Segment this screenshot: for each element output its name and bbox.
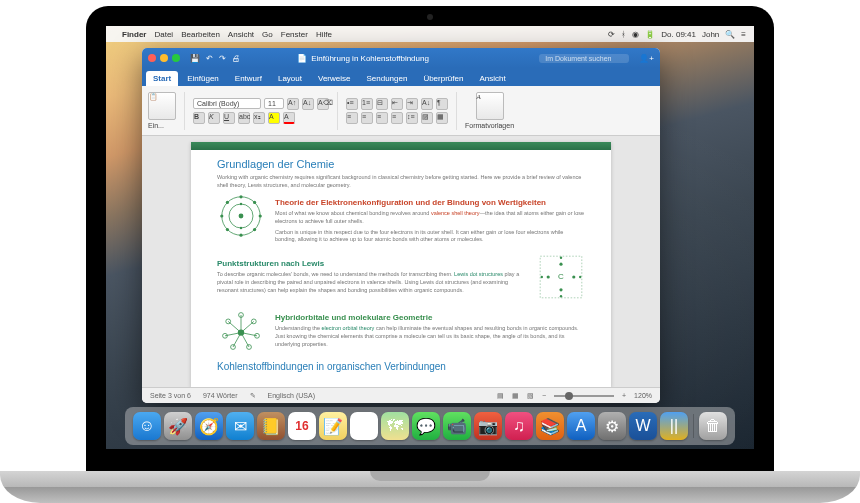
svg-point-4 — [239, 234, 242, 237]
launchpad-icon[interactable]: 🚀 — [164, 412, 192, 440]
close-button[interactable] — [148, 54, 156, 62]
macos-menubar: Finder Datei Bearbeiten Ansicht Go Fenst… — [106, 26, 754, 42]
appstore-icon[interactable]: A — [567, 412, 595, 440]
status-words[interactable]: 974 Wörter — [203, 392, 238, 399]
bullets-icon[interactable]: •≡ — [346, 98, 358, 110]
align-left-icon[interactable]: ≡ — [346, 112, 358, 124]
view-outline-icon[interactable]: ▧ — [527, 392, 534, 400]
view-print-icon[interactable]: ▤ — [497, 392, 504, 400]
menubar-item[interactable]: Go — [262, 30, 273, 39]
sort-icon[interactable]: A↓ — [421, 98, 433, 110]
save-icon[interactable]: 💾 — [190, 54, 200, 63]
tab-references[interactable]: Verweise — [311, 71, 357, 86]
contacts-icon[interactable]: 📒 — [257, 412, 285, 440]
notification-center-icon[interactable]: ≡ — [741, 30, 746, 39]
zoom-out-icon[interactable]: − — [542, 392, 546, 399]
word-icon[interactable]: W — [629, 412, 657, 440]
bold-button[interactable]: B — [193, 112, 205, 124]
shading-icon[interactable]: ▨ — [421, 112, 433, 124]
paste-button[interactable]: 📋 — [148, 92, 176, 120]
styles-button[interactable]: A — [476, 92, 504, 120]
zoom-in-icon[interactable]: + — [622, 392, 626, 399]
multilevel-icon[interactable]: ⊟ — [376, 98, 388, 110]
preferences-icon[interactable]: ⚙ — [598, 412, 626, 440]
notes-icon[interactable]: 📝 — [319, 412, 347, 440]
status-language[interactable]: Englisch (USA) — [268, 392, 315, 399]
line-spacing-icon[interactable]: ↕≡ — [406, 112, 418, 124]
shrink-font-icon[interactable]: A↓ — [302, 98, 314, 110]
font-size-select[interactable]: 11 — [264, 98, 284, 109]
facetime-icon[interactable]: 📹 — [443, 412, 471, 440]
styles-label: Formatvorlagen — [465, 122, 514, 129]
itunes-icon[interactable]: ♫ — [505, 412, 533, 440]
grow-font-icon[interactable]: A↑ — [287, 98, 299, 110]
subscript-icon[interactable]: x₂ — [253, 112, 265, 124]
bluetooth-icon[interactable]: ᚼ — [621, 30, 626, 39]
indent-right-icon[interactable]: ⇥ — [406, 98, 418, 110]
document-page[interactable]: Grundlagen der Chemie Working with organ… — [191, 142, 611, 387]
redo-icon[interactable]: ↷ — [219, 54, 226, 63]
tab-start[interactable]: Start — [146, 71, 178, 86]
menubar-item[interactable]: Bearbeiten — [181, 30, 220, 39]
menubar-user[interactable]: John — [702, 30, 719, 39]
zoom-button[interactable] — [172, 54, 180, 62]
spotlight-icon[interactable]: 🔍 — [725, 30, 735, 39]
calendar-icon[interactable]: 16 — [288, 412, 316, 440]
undo-icon[interactable]: ↶ — [206, 54, 213, 63]
pilcrow-icon[interactable]: ¶ — [436, 98, 448, 110]
status-spellcheck-icon[interactable]: ✎ — [250, 392, 256, 400]
tab-review[interactable]: Überprüfen — [416, 71, 470, 86]
indent-left-icon[interactable]: ⇤ — [391, 98, 403, 110]
zoom-percent[interactable]: 120% — [634, 392, 652, 399]
status-page[interactable]: Seite 3 von 6 — [150, 392, 191, 399]
photobooth-icon[interactable]: 📷 — [474, 412, 502, 440]
svg-point-15 — [559, 288, 562, 291]
ibooks-icon[interactable]: 📚 — [536, 412, 564, 440]
italic-button[interactable]: K — [208, 112, 220, 124]
numbering-icon[interactable]: 1≡ — [361, 98, 373, 110]
finder-icon[interactable]: ☺ — [133, 412, 161, 440]
font-name-select[interactable]: Calibri (Body) — [193, 98, 261, 109]
tab-insert[interactable]: Einfügen — [180, 71, 226, 86]
tab-view[interactable]: Ansicht — [472, 71, 512, 86]
menubar-item[interactable]: Ansicht — [228, 30, 254, 39]
reminders-icon[interactable]: ☑ — [350, 412, 378, 440]
borders-icon[interactable]: ▦ — [436, 112, 448, 124]
strikethrough-icon[interactable]: abc — [238, 112, 250, 124]
justify-icon[interactable]: ≡ — [391, 112, 403, 124]
safari-icon[interactable]: 🧭 — [195, 412, 223, 440]
font-color-icon[interactable]: A — [283, 112, 295, 124]
sync-icon[interactable]: ⟳ — [608, 30, 615, 39]
tab-layout[interactable]: Layout — [271, 71, 309, 86]
zoom-slider[interactable] — [554, 395, 614, 397]
tab-design[interactable]: Entwurf — [228, 71, 269, 86]
menubar-app-name[interactable]: Finder — [122, 30, 146, 39]
search-input[interactable]: Im Dokument suchen — [539, 54, 629, 63]
underline-button[interactable]: U — [223, 112, 235, 124]
mail-icon[interactable]: ✉ — [226, 412, 254, 440]
print-icon[interactable]: 🖨 — [232, 54, 240, 63]
document-area[interactable]: Grundlagen der Chemie Working with organ… — [142, 136, 660, 387]
macos-dock: ☺🚀🧭✉📒16📝☑🗺💬📹📷♫📚A⚙W||🗑 — [125, 407, 735, 445]
align-right-icon[interactable]: ≡ — [376, 112, 388, 124]
clear-format-icon[interactable]: A⌫ — [317, 98, 329, 110]
lewis-dot-diagram: C — [537, 253, 585, 301]
menubar-item[interactable]: Fenster — [281, 30, 308, 39]
trash-icon[interactable]: 🗑 — [699, 412, 727, 440]
menubar-item[interactable]: Hilfe — [316, 30, 332, 39]
tab-mailings[interactable]: Sendungen — [359, 71, 414, 86]
battery-icon[interactable]: 🔋 — [645, 30, 655, 39]
svg-point-6 — [259, 215, 262, 218]
maps-icon[interactable]: 🗺 — [381, 412, 409, 440]
paragraph: Working with organic chemistry requires … — [217, 174, 585, 189]
parallels-icon[interactable]: || — [660, 412, 688, 440]
menubar-item[interactable]: Datei — [154, 30, 173, 39]
menubar-clock[interactable]: Do. 09:41 — [661, 30, 696, 39]
highlight-icon[interactable]: A — [268, 112, 280, 124]
wifi-icon[interactable]: ◉ — [632, 30, 639, 39]
align-center-icon[interactable]: ≡ — [361, 112, 373, 124]
messages-icon[interactable]: 💬 — [412, 412, 440, 440]
share-icon[interactable]: 👤+ — [639, 54, 654, 63]
minimize-button[interactable] — [160, 54, 168, 62]
view-web-icon[interactable]: ▦ — [512, 392, 519, 400]
